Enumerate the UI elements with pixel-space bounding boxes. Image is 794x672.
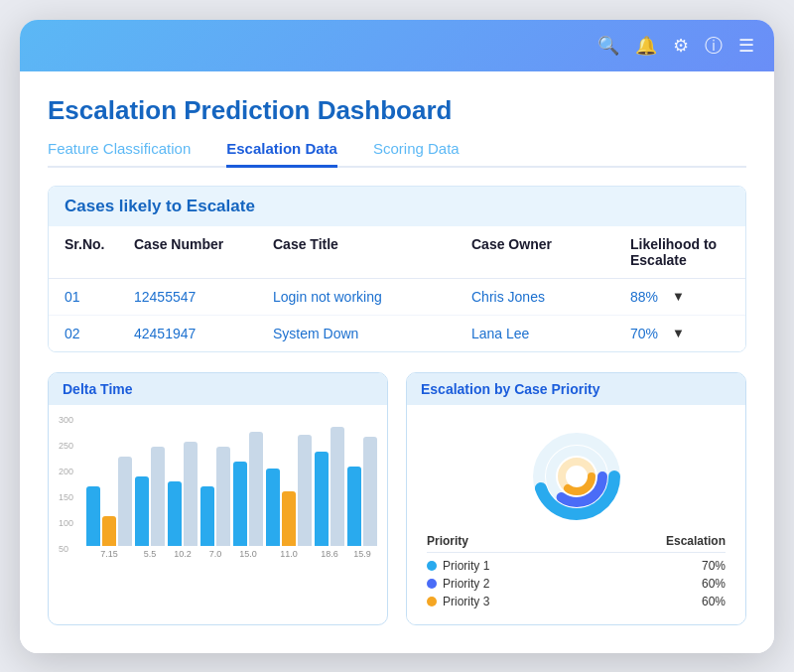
tab-feature-classification[interactable]: Feature Classification	[48, 140, 191, 168]
app-window: 🔍 🔔 ⚙ ⓘ ☰ Escalation Prediction Dashboar…	[20, 20, 774, 653]
delta-time-chart: Delta Time 50 100 150 200 250 300	[48, 372, 388, 625]
bar-blue-5	[233, 462, 247, 546]
bar-pair-3	[168, 407, 198, 546]
col-case-number: Case Number	[134, 236, 273, 268]
donut-svg	[522, 427, 631, 526]
y-label-50: 50	[59, 544, 73, 554]
delta-chart-body: 50 100 150 200 250 300	[49, 405, 387, 565]
bar-group-7: 18.6	[315, 407, 344, 559]
cell-case-number-1: 12455547	[134, 289, 273, 305]
bar-gray-8	[363, 437, 377, 546]
bar-pair-2	[135, 407, 165, 546]
bar-blue-1	[86, 486, 100, 546]
bar-group-3: 10.2	[168, 407, 198, 559]
y-label-300: 300	[59, 415, 73, 425]
priority-dot-3	[427, 597, 437, 606]
bar-group-6: 11.0	[266, 407, 312, 559]
bar-pair-5	[233, 407, 263, 546]
priority-row-1: Priority 1 70%	[427, 557, 726, 575]
tab-scoring-data[interactable]: Scoring Data	[373, 140, 460, 168]
col-case-title: Case Title	[273, 236, 471, 268]
tab-escalation-data[interactable]: Escalation Data	[226, 140, 337, 168]
donut-chart-area	[417, 415, 735, 534]
bar-yellow-6	[282, 491, 296, 546]
y-label-150: 150	[59, 492, 73, 502]
tab-bar: Feature Classification Escalation Data S…	[48, 140, 746, 168]
bar-pair-4	[200, 407, 230, 546]
priority-dot-2	[427, 579, 437, 589]
bar-blue-3	[168, 481, 182, 546]
bar-label-4: 7.0	[209, 549, 222, 559]
cell-likelihood-2: 70% ▼	[630, 326, 729, 341]
bell-icon[interactable]: 🔔	[635, 35, 657, 57]
priority-col-escalation: Escalation	[666, 534, 726, 548]
bar-pair-8	[347, 407, 377, 546]
bar-gray-6	[298, 435, 312, 546]
bar-yellow-1	[102, 516, 116, 546]
escalation-chart-body: Priority Escalation Priority 1 70%	[407, 405, 745, 624]
priority-col-label: Priority	[427, 534, 468, 548]
help-icon[interactable]: ⓘ	[705, 34, 723, 58]
charts-row: Delta Time 50 100 150 200 250 300	[48, 372, 746, 625]
y-label-100: 100	[59, 518, 73, 528]
bar-gray-3	[184, 442, 198, 546]
priority-label-1: Priority 1	[427, 559, 489, 573]
menu-icon[interactable]: ☰	[738, 35, 754, 57]
bar-group-5: 15.0	[233, 407, 263, 559]
section-title: Cases likely to Escalate	[49, 187, 745, 226]
page-title: Escalation Prediction Dashboard	[48, 95, 746, 126]
bar-label-1: 7.15	[100, 549, 118, 559]
table-row[interactable]: 02 42451947 System Down Lana Lee 70% ▼	[49, 316, 745, 351]
priority-dot-1	[427, 561, 437, 571]
y-label-200: 200	[59, 467, 73, 476]
bar-gray-1	[118, 457, 132, 546]
priority-label-2: Priority 2	[427, 577, 489, 591]
gear-icon[interactable]: ⚙	[673, 35, 689, 57]
bar-group-8: 15.9	[347, 407, 377, 559]
col-likelihood: Likelihood to Escalate	[630, 236, 729, 268]
priority-table: Priority Escalation Priority 1 70%	[417, 534, 735, 618]
table-row[interactable]: 01 12455547 Login not working Chris Jone…	[49, 279, 745, 316]
bar-blue-6	[266, 469, 280, 546]
bar-label-3: 10.2	[174, 549, 192, 559]
bar-label-6: 11.0	[280, 549, 298, 559]
cell-likelihood-1: 88% ▼	[630, 289, 729, 305]
bar-chart-area: 7.15 5.5	[86, 415, 377, 559]
dropdown-arrow-1[interactable]: ▼	[672, 289, 685, 304]
bar-pair-6	[266, 407, 312, 546]
bar-gray-5	[249, 432, 263, 546]
table-header: Sr.No. Case Number Case Title Case Owner…	[49, 226, 745, 279]
escalation-priority-chart: Escalation by Case Priority	[406, 372, 746, 625]
bar-label-7: 18.6	[321, 549, 338, 559]
dropdown-arrow-2[interactable]: ▼	[672, 326, 685, 340]
bar-label-2: 5.5	[144, 549, 157, 559]
bar-group-2: 5.5	[135, 407, 165, 559]
bar-blue-8	[347, 467, 361, 546]
bar-gray-2	[151, 447, 165, 546]
bar-blue-7	[315, 452, 329, 546]
bar-label-8: 15.9	[353, 549, 371, 559]
cell-owner-2: Lana Lee	[471, 326, 630, 341]
priority-row-2: Priority 2 60%	[427, 575, 726, 593]
bar-group-4: 7.0	[200, 407, 230, 559]
priority-label-3: Priority 3	[427, 595, 489, 608]
bar-label-5: 15.0	[239, 549, 257, 559]
bar-blue-2	[135, 476, 149, 546]
search-icon[interactable]: 🔍	[597, 35, 619, 57]
bar-pair-7	[315, 407, 344, 546]
col-case-owner: Case Owner	[471, 236, 630, 268]
cell-owner-1: Chris Jones	[471, 289, 630, 305]
cell-title-1: Login not working	[273, 289, 471, 305]
cell-case-number-2: 42451947	[134, 326, 273, 341]
bar-pair-1	[86, 407, 132, 546]
col-sr: Sr.No.	[65, 236, 134, 268]
bar-group-1: 7.15	[86, 407, 132, 559]
priority-row-3: Priority 3 60%	[427, 593, 726, 610]
escalation-priority-title: Escalation by Case Priority	[407, 373, 745, 405]
bar-gray-7	[331, 427, 344, 546]
priority-header: Priority Escalation	[427, 534, 726, 553]
cell-title-2: System Down	[273, 326, 471, 341]
delta-time-title: Delta Time	[49, 373, 387, 405]
main-content: Escalation Prediction Dashboard Feature …	[20, 71, 774, 653]
bar-blue-4	[200, 486, 214, 546]
